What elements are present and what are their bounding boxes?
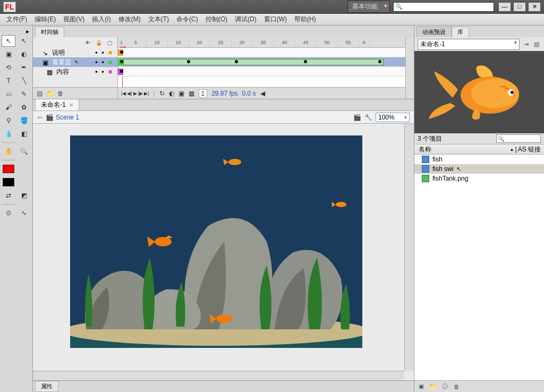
- panel-menu-icon[interactable]: ▸: [26, 28, 30, 32]
- timeline-scrollbar[interactable]: [405, 37, 414, 99]
- new-folder-button[interactable]: 📁: [428, 382, 438, 391]
- timeline-scroll-left[interactable]: ◀: [260, 90, 265, 97]
- layer-row[interactable]: ▦ 内容 ••■: [33, 67, 117, 76]
- stage-vscroll[interactable]: [404, 124, 414, 371]
- workspace-dropdown[interactable]: 基本功能: [347, 1, 390, 13]
- back-icon[interactable]: ⇦: [37, 114, 42, 121]
- layer-row[interactable]: ▣ 遮罩层 ✎ ••■: [33, 57, 117, 67]
- free-transform-tool[interactable]: ▣: [2, 48, 15, 60]
- sort-icon[interactable]: ▲: [510, 147, 514, 152]
- 3d-rotation-tool[interactable]: ◐: [17, 48, 31, 60]
- lock-column-icon[interactable]: 🔒: [96, 40, 102, 46]
- library-item[interactable]: fish swi ↖: [414, 164, 544, 174]
- zoom-tool[interactable]: 🔍: [17, 146, 31, 157]
- search-icon: 🔍: [498, 136, 504, 142]
- menu-file[interactable]: 文件(F): [3, 14, 30, 25]
- menu-edit[interactable]: 编辑(E): [31, 14, 59, 25]
- library-columns-header[interactable]: 名称 ▲| AS 链接: [414, 144, 544, 155]
- subselection-tool[interactable]: ↖: [17, 35, 31, 47]
- properties-button[interactable]: ⓘ: [440, 382, 449, 391]
- play-button[interactable]: ▶: [133, 91, 137, 96]
- stage[interactable]: [70, 135, 362, 348]
- loop-button[interactable]: ↻: [159, 90, 165, 97]
- default-colors[interactable]: ◩: [17, 190, 31, 201]
- goto-last-button[interactable]: ▶|: [144, 91, 149, 96]
- visibility-column-icon[interactable]: 👁: [85, 40, 90, 46]
- close-tab-icon[interactable]: ✕: [69, 102, 73, 108]
- stage-hscroll[interactable]: [33, 371, 404, 380]
- edit-symbols-icon[interactable]: 🔧: [364, 114, 372, 121]
- minimize-button[interactable]: —: [498, 2, 511, 12]
- new-folder-button[interactable]: 📁: [46, 89, 54, 98]
- line-tool[interactable]: ╲: [17, 75, 31, 87]
- delete-layer-button[interactable]: 🗑: [56, 89, 65, 98]
- properties-panel-collapsed[interactable]: 属性: [33, 380, 414, 392]
- timeline-ruler[interactable]: 1 5 10 15 20 25 30 35 40 45 50 55 6: [118, 37, 405, 48]
- menu-view[interactable]: 视图(V): [60, 14, 88, 25]
- new-library-icon[interactable]: ▧: [532, 40, 541, 48]
- new-layer-button[interactable]: ▤: [35, 89, 44, 98]
- edit-multiple-button[interactable]: ▦: [189, 90, 194, 97]
- step-forward-button[interactable]: |▶: [138, 91, 143, 96]
- eyedropper-tool[interactable]: 💧: [2, 128, 15, 140]
- library-item[interactable]: fish: [414, 155, 544, 164]
- paint-bucket-tool[interactable]: 🪣: [17, 115, 31, 126]
- goto-first-button[interactable]: |◀: [121, 91, 126, 96]
- edit-scene-icon[interactable]: 🎬: [353, 114, 361, 121]
- svg-point-5: [155, 237, 172, 246]
- frames-pane[interactable]: 1 5 10 15 20 25 30 35 40 45 50 55 6: [118, 37, 405, 99]
- lasso-tool[interactable]: ⟲: [2, 62, 15, 73]
- menu-text[interactable]: 文本(T): [145, 14, 172, 25]
- menu-insert[interactable]: 插入(I): [89, 14, 114, 25]
- outline-column-icon[interactable]: ▢: [107, 40, 112, 46]
- search-input[interactable]: 🔍: [393, 2, 494, 12]
- eraser-tool[interactable]: ◧: [17, 128, 31, 140]
- deco-tool[interactable]: ✿: [17, 101, 31, 113]
- menu-modify[interactable]: 修改(M): [115, 14, 144, 25]
- text-tool[interactable]: T: [2, 75, 15, 87]
- library-search[interactable]: 🔍: [496, 134, 541, 143]
- stroke-color[interactable]: [2, 163, 15, 175]
- smooth-tool[interactable]: ∿: [17, 207, 31, 219]
- zoom-field[interactable]: 100%: [376, 113, 410, 122]
- selection-tool[interactable]: ↖: [2, 35, 15, 47]
- frame-row[interactable]: [118, 57, 405, 67]
- delete-button[interactable]: 🗑: [452, 382, 461, 391]
- pencil-tool[interactable]: ✎: [17, 88, 31, 100]
- menu-control[interactable]: 控制(O): [202, 14, 231, 25]
- library-item[interactable]: fishTank.png: [414, 174, 544, 183]
- scene-breadcrumb[interactable]: 🎬 Scene 1: [46, 114, 79, 121]
- pen-tool[interactable]: ✒: [17, 62, 31, 73]
- brush-tool[interactable]: 🖌: [2, 101, 15, 113]
- document-tabs: 未命名-1 ✕: [33, 99, 414, 111]
- timeline-tab[interactable]: 时间轴: [35, 27, 64, 37]
- snap-tool[interactable]: ⊙: [2, 207, 15, 219]
- fill-color[interactable]: [2, 176, 15, 188]
- hand-tool[interactable]: ✋: [2, 146, 15, 157]
- pin-library-icon[interactable]: ⇥: [522, 40, 530, 48]
- graphic-symbol-icon: [422, 165, 429, 173]
- stage-area[interactable]: [33, 124, 414, 380]
- menu-commands[interactable]: 命令(C): [173, 14, 201, 25]
- menu-window[interactable]: 窗口(W): [261, 14, 290, 25]
- rectangle-tool[interactable]: ▭: [2, 88, 15, 100]
- maximize-button[interactable]: □: [513, 2, 526, 12]
- document-tab[interactable]: 未命名-1 ✕: [35, 99, 79, 110]
- frame-row[interactable]: [118, 67, 405, 76]
- menubar: 文件(F) 编辑(E) 视图(V) 插入(I) 修改(M) 文本(T) 命令(C…: [0, 14, 544, 25]
- new-symbol-button[interactable]: ▣: [416, 382, 426, 391]
- properties-tab[interactable]: 属性: [35, 381, 58, 392]
- menu-debug[interactable]: 调试(D): [232, 14, 260, 25]
- close-button[interactable]: ✕: [528, 2, 541, 12]
- step-back-button[interactable]: ◀|: [127, 91, 132, 96]
- onion-outlines-button[interactable]: ▣: [178, 90, 184, 97]
- menu-help[interactable]: 帮助(H): [291, 14, 319, 25]
- motion-presets-tab[interactable]: 动画预设: [416, 27, 452, 37]
- swap-colors[interactable]: ⇄: [2, 190, 15, 201]
- layer-row[interactable]: ↘ 说明 ••■: [33, 48, 117, 57]
- onion-skin-button[interactable]: ◐: [169, 90, 174, 97]
- bone-tool[interactable]: ⚲: [2, 115, 15, 126]
- frame-row[interactable]: [118, 48, 405, 57]
- library-tab[interactable]: 库: [452, 27, 469, 37]
- library-doc-dropdown[interactable]: 未命名-1: [418, 39, 520, 50]
